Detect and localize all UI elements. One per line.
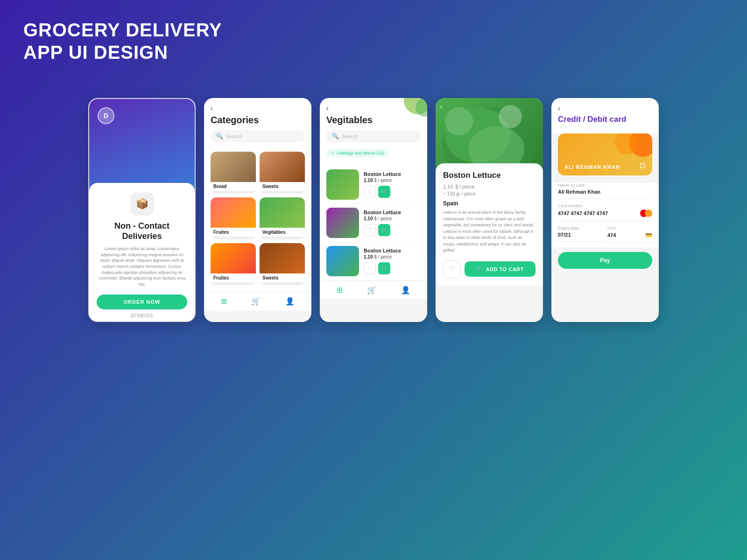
product-price-2: 1.10 $ / peice [364, 216, 421, 221]
bottom-nav: ⊞ 🛒 👤 [204, 292, 311, 310]
delivery-icon-box: 📦 [130, 192, 154, 216]
product-detail-name: Boston Lettuce [443, 171, 536, 180]
cart-icon: 🛒 [476, 266, 483, 272]
svg-point-5 [445, 107, 473, 135]
veg-bottom-nav: ⊞ 🛒 👤 [320, 280, 427, 299]
category-fruites2[interactable]: Fruites [211, 243, 256, 285]
add-cart-button-1[interactable]: 🛒 [378, 186, 390, 198]
product-image-1 [326, 169, 359, 200]
vegitables-label: Vegitables [260, 228, 305, 237]
payment-header: ‹ Credit / Debit card [551, 98, 659, 133]
expiry-label: Expiry date [558, 226, 603, 231]
product-back-button[interactable]: ‹ [440, 103, 443, 110]
category-bread[interactable]: Bread [211, 152, 256, 194]
lettuce-svg [436, 98, 543, 173]
screen-onboarding: D 📦 Non - Contact Deliveries Lorem ipsum… [88, 98, 196, 322]
check-icon: ✓ [331, 151, 335, 155]
nav-cart-icon[interactable]: 🛒 [251, 297, 261, 306]
product-info-3: Boston Lettuce 1.10 $ / peice ♡ 🛒 [364, 248, 421, 274]
fruites-image [211, 197, 256, 228]
avatar: D [98, 107, 114, 124]
categories-grid: Bread Sweets Fruites Vegitables Fruites … [204, 152, 311, 292]
box-icon: 📦 [136, 198, 148, 210]
product-item-1: Boston Lettuce 1.10 $ / peice ♡ 🛒 [326, 166, 421, 204]
categories-search[interactable]: 🔍 Search [211, 130, 305, 142]
cvc-value[interactable]: 474 [607, 232, 616, 238]
category-sweets2[interactable]: Sweets [260, 243, 305, 285]
category-fruites[interactable]: Fruites [211, 197, 256, 239]
pay-button[interactable]: Pay [558, 252, 652, 269]
screen-vegetables: ‹ Vegitables 🔍 Search ✓ Cabbage and lett… [320, 98, 427, 322]
product-image-3 [326, 246, 359, 276]
product-wishlist-button[interactable]: ♡ [443, 260, 461, 278]
title-line2: APP UI DESIGN [23, 41, 222, 63]
cvc-label: CVC [607, 226, 652, 231]
product-hero-image: ‹ [436, 98, 543, 173]
vegetables-header-wrap: ‹ Vegitables 🔍 Search ✓ Cabbage and lett… [320, 98, 427, 166]
cvc-card-icon: 💳 [645, 232, 652, 238]
svg-point-6 [499, 105, 522, 128]
card-number-label: Card number [558, 203, 652, 208]
onboarding-description: Lorem ipsum dolor sit amet, consectetur … [97, 246, 187, 287]
wishlist-button-2[interactable]: ♡ [364, 224, 376, 236]
name-on-card-label: Name on card [558, 183, 652, 188]
veg-nav-profile-icon[interactable]: 👤 [401, 286, 410, 294]
product-price-1: 1.10 $ / peice [364, 178, 421, 183]
nav-profile-icon[interactable]: 👤 [285, 297, 295, 306]
expiry-value[interactable]: 07/21 [558, 232, 603, 242]
vegetables-search[interactable]: 🔍 Search [326, 130, 421, 142]
product-description: Lettuce is an annual plant of the daisy … [443, 210, 536, 254]
onboarding-hero: D [89, 99, 195, 192]
wishlist-button-3[interactable]: ♡ [364, 262, 376, 274]
product-info-1: Boston Lettuce 1.10 $ / peice ♡ 🛒 [364, 171, 421, 198]
product-detail-content: Boston Lettuce 1.10 $ / peice ~ 150 gr /… [436, 163, 543, 286]
back-button[interactable]: ‹ [211, 105, 305, 112]
cvc-row: 474 💳 [607, 232, 652, 243]
category-sweets[interactable]: Sweets [260, 152, 305, 194]
onboarding-content: 📦 Non - Contact Deliveries Lorem ipsum d… [89, 183, 195, 322]
payment-title: Credit / Debit card [558, 115, 652, 124]
scan-icon: ⊡ [640, 161, 646, 170]
product-actions-3: ♡ 🛒 [364, 262, 421, 274]
filter-tag[interactable]: ✓ Cabbage and lettuce (14) [326, 149, 389, 157]
wishlist-button-1[interactable]: ♡ [364, 186, 376, 198]
veg-search-icon: 🔍 [332, 133, 339, 140]
screen-categories: ‹ Categories 🔍 Search Bread Sweets Fruit… [204, 98, 311, 322]
bread-label: Bread [211, 182, 256, 191]
product-actions-2: ♡ 🛒 [364, 224, 421, 236]
credit-card: ALI REHMAN KHAN ⊡ [558, 133, 652, 175]
nav-home-icon[interactable]: ⊞ [221, 297, 227, 306]
product-info-2: Boston Lettuce 1.10 $ / peice ♡ 🛒 [364, 210, 421, 236]
add-cart-button-2[interactable]: 🛒 [378, 224, 390, 236]
order-now-button[interactable]: ORDER NOW [97, 294, 187, 309]
category-vegitables[interactable]: Vegitables [260, 197, 305, 239]
payment-form: Name on card Ali Rehman Khan Card number… [551, 183, 659, 247]
title-line1: GROCERY DELIVERY [23, 19, 222, 41]
product-price-3: 1.10 $ / peice [364, 254, 421, 259]
product-name-2: Boston Lettuce [364, 210, 421, 215]
product-weight: ~ 150 gr / piece [443, 191, 536, 196]
name-on-card-value[interactable]: Ali Rehman Khan [558, 189, 652, 199]
screens-container: D 📦 Non - Contact Deliveries Lorem ipsum… [14, 98, 733, 322]
sweets-image [260, 152, 305, 182]
bread-image [211, 152, 256, 182]
fruites2-image [211, 243, 256, 273]
mastercard-icon [640, 210, 652, 217]
screen-product-detail: ‹ Boston Lettuce 1.10 $ / peice ~ 150 gr… [436, 98, 543, 322]
product-name-1: Boston Lettuce [364, 171, 421, 177]
product-item-2: Boston Lettuce 1.10 $ / peice ♡ 🛒 [326, 204, 421, 242]
veg-nav-home-icon[interactable]: ⊞ [337, 286, 343, 294]
product-item-3: Boston Lettuce 1.10 $ / peice ♡ 🛒 [326, 242, 421, 280]
vegetables-back-button[interactable]: ‹ [326, 105, 421, 112]
add-to-cart-button[interactable]: 🛒 ADD TO CART [465, 261, 536, 277]
card-holder-name: ALI REHMAN KHAN [564, 164, 620, 170]
veg-nav-cart-icon[interactable]: 🛒 [367, 286, 376, 294]
payment-back-button[interactable]: ‹ [558, 105, 652, 112]
search-placeholder: Search [226, 133, 242, 139]
cvc-section: CVC 474 💳 [607, 226, 652, 247]
dismiss-label[interactable]: DISMISS [97, 313, 187, 318]
sweets2-label: Sweets [260, 273, 305, 282]
card-number-value[interactable]: 4747 4747 4747 4747 [558, 210, 608, 216]
add-cart-button-3[interactable]: 🛒 [378, 262, 390, 274]
product-image-2 [326, 208, 359, 238]
